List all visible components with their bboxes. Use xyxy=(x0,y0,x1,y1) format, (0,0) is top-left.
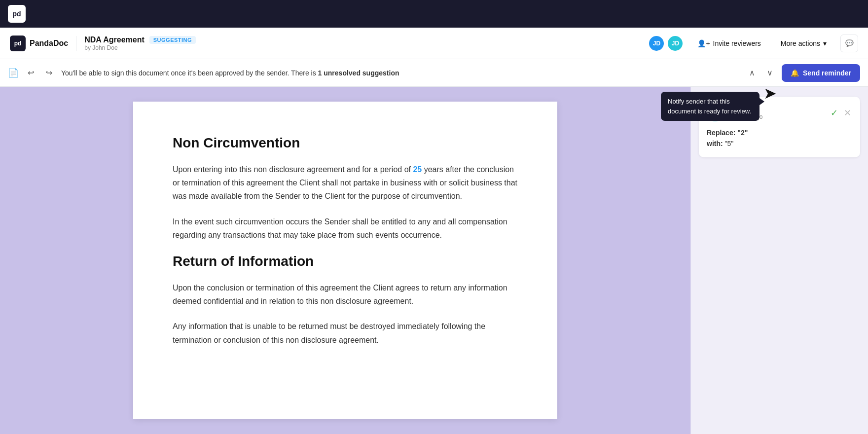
invite-icon: 👤+ xyxy=(697,39,710,47)
tooltip-text: Notify sender that this document is read… xyxy=(668,98,751,115)
header-bar: pd PandaDoc NDA Agreement SUGGESTING by … xyxy=(0,28,868,59)
status-badge: SUGGESTING xyxy=(149,36,196,44)
document-icon: 📄 xyxy=(8,68,19,78)
replace-value: "2" xyxy=(737,129,748,137)
notif-text-pre: You'll be able to sign this document onc… xyxy=(61,69,318,77)
section1-para1-pre: Upon entering into this non disclosure a… xyxy=(173,165,413,174)
notification-text: You'll be able to sign this document onc… xyxy=(61,69,740,77)
navigate-down-button[interactable]: ∨ xyxy=(764,66,776,79)
document-area: Non Circumvention Upon entering into thi… xyxy=(0,87,690,434)
comment-replace-label: Replace: "2" xyxy=(707,129,748,137)
doc-author: by John Doe xyxy=(84,44,196,51)
section1-para1: Upon entering into this non disclosure a… xyxy=(173,163,518,203)
chat-button[interactable]: 💬 xyxy=(840,35,858,52)
header-logo-icon: pd xyxy=(10,36,26,51)
chevron-down-icon: ▾ xyxy=(823,39,827,47)
replace-key: Replace: xyxy=(707,129,735,137)
redo-button[interactable]: ↪ xyxy=(43,66,55,79)
notif-emphasis: 1 unresolved suggestion xyxy=(318,69,399,77)
tooltip: Notify sender that this document is read… xyxy=(661,92,760,121)
chat-icon: 💬 xyxy=(845,39,854,47)
comment-actions: ✓ ✕ xyxy=(830,107,852,119)
section2-title: Return of Information xyxy=(173,253,518,269)
notification-bar: 📄 ↩ ↪ You'll be able to sign this docume… xyxy=(0,59,868,87)
with-key: with: xyxy=(707,140,723,147)
doc-title: NDA Agreement SUGGESTING xyxy=(84,36,196,44)
invite-reviewers-button[interactable]: 👤+ Invite reviewers xyxy=(691,36,766,50)
comment-body: Replace: "2" with: "5" xyxy=(707,127,852,149)
more-actions-label: More actions xyxy=(781,39,820,47)
reject-suggestion-button[interactable]: ✕ xyxy=(843,107,852,119)
section1-title: Non Circumvention xyxy=(173,135,518,151)
section2-para2: Any information that is unable to be ret… xyxy=(173,320,518,346)
invite-label: Invite reviewers xyxy=(713,39,761,47)
header-logo: pd PandaDoc xyxy=(10,36,68,51)
avatars-area: JD JD xyxy=(648,35,684,52)
comment-with-label: with: "5" xyxy=(707,140,733,147)
bell-icon: 🔔 xyxy=(791,69,799,77)
cursor-arrow: ➤ xyxy=(763,84,777,103)
send-reminder-label: Send reminder xyxy=(803,69,851,77)
approve-suggestion-button[interactable]: ✓ xyxy=(830,107,839,119)
navigate-up-button[interactable]: ∧ xyxy=(746,66,758,79)
avatar-1: JD xyxy=(648,35,665,52)
section1-para2: In the event such circumvention occurs t… xyxy=(173,215,518,242)
header-brand-name: PandaDoc xyxy=(30,39,68,48)
main-content: Non Circumvention Upon entering into thi… xyxy=(0,87,868,434)
app-bar: pd xyxy=(0,0,868,28)
doc-title-text: NDA Agreement xyxy=(84,36,145,44)
section2-para1: Upon the conclusion or termination of th… xyxy=(173,281,518,308)
app-logo-area: pd xyxy=(8,5,26,23)
document-page: Non Circumvention Upon entering into thi… xyxy=(133,102,557,419)
right-panel: JD Jane Doe 1 minute ago ✓ ✕ Replace: "2… xyxy=(690,87,868,434)
more-actions-button[interactable]: More actions ▾ xyxy=(775,36,832,50)
app-logo: pd xyxy=(8,5,26,23)
send-reminder-button[interactable]: 🔔 Send reminder xyxy=(782,64,860,82)
highlighted-number: 25 xyxy=(413,165,422,174)
doc-title-area: NDA Agreement SUGGESTING by John Doe xyxy=(84,36,196,51)
header-divider xyxy=(76,36,76,51)
avatar-2: JD xyxy=(667,35,684,52)
undo-button[interactable]: ↩ xyxy=(25,66,37,79)
with-value: "5" xyxy=(725,140,734,147)
